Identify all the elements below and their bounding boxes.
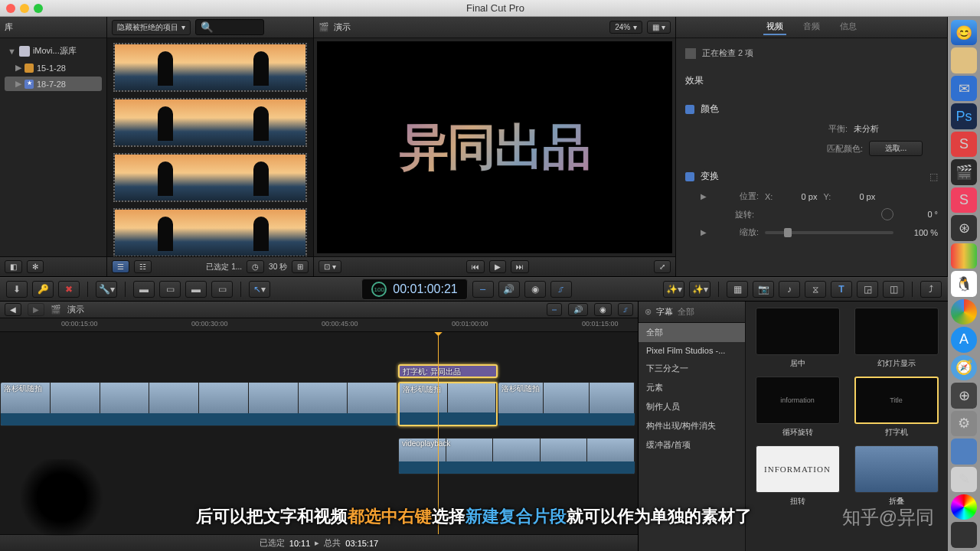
timecode-display[interactable]: 100 00:01:00:21 bbox=[361, 279, 468, 300]
rotation-value[interactable]: 0 ° bbox=[900, 210, 938, 219]
appstore-icon[interactable]: A bbox=[951, 327, 977, 352]
keyword-icon[interactable]: 🔑 bbox=[32, 281, 54, 298]
video-clip-secondary[interactable]: videoplayback bbox=[398, 438, 635, 474]
app-icon[interactable] bbox=[951, 439, 977, 464]
browser-search-input[interactable] bbox=[195, 19, 264, 35]
tl-snap-icon[interactable]: ⎎ bbox=[618, 303, 633, 316]
category-item[interactable]: 缓冲器/首项 bbox=[639, 435, 745, 455]
app-icon[interactable]: ⊛ bbox=[951, 215, 977, 240]
transform-checkbox[interactable] bbox=[685, 172, 694, 181]
category-item[interactable]: 下三分之一 bbox=[639, 359, 745, 378]
tab-audio[interactable]: 音频 bbox=[800, 19, 823, 35]
zoom-window[interactable] bbox=[34, 4, 43, 13]
app-icon[interactable]: S bbox=[951, 187, 977, 213]
next-frame-button[interactable]: ⏭ bbox=[511, 260, 529, 273]
retime-icon[interactable]: ✨▾ bbox=[663, 281, 684, 298]
title-preset[interactable]: 幻灯片显示 bbox=[851, 308, 942, 369]
clock-icon[interactable]: ◷ bbox=[247, 260, 264, 273]
transform-tool-icon[interactable]: ⊡ ▾ bbox=[318, 260, 341, 273]
fullscreen-icon[interactable]: ⤢ bbox=[654, 260, 671, 273]
toggle-left-icon[interactable]: ◧ bbox=[5, 260, 22, 273]
video-clip-selected[interactable]: 洛杉矶随拍 bbox=[398, 382, 498, 426]
app-icon[interactable] bbox=[951, 494, 977, 520]
safari-icon[interactable]: 🧭 bbox=[951, 355, 977, 380]
category-item[interactable]: Pixel Film Studios -... bbox=[639, 342, 745, 359]
generators-icon[interactable]: ◲ bbox=[857, 281, 878, 298]
title-preset[interactable]: INFORMATION扭转 bbox=[752, 445, 843, 507]
app-icon[interactable]: S bbox=[951, 132, 977, 157]
insert-clip-icon[interactable]: ▭ bbox=[159, 281, 181, 298]
connect-clip-icon[interactable]: ▬ bbox=[133, 281, 155, 298]
scale-value[interactable]: 100 % bbox=[900, 228, 938, 237]
color-checkbox[interactable] bbox=[685, 105, 694, 114]
match-color-button[interactable]: 选取... bbox=[869, 141, 923, 156]
battery-icon[interactable] bbox=[951, 243, 977, 269]
app-icon[interactable]: ⊕ bbox=[951, 383, 977, 408]
tl-audio-skim-icon[interactable]: 🔊 bbox=[568, 303, 588, 316]
bg-tasks-icon[interactable]: ✖ bbox=[58, 281, 80, 298]
pos-x-value[interactable]: 0 px bbox=[779, 192, 817, 201]
library-item[interactable]: ▶ 15-1-28 bbox=[5, 60, 102, 75]
scale-slider[interactable] bbox=[784, 228, 792, 237]
import-icon[interactable]: ⬇ bbox=[6, 281, 28, 298]
app-icon[interactable] bbox=[951, 522, 977, 547]
zoom-dropdown[interactable]: 24% ▾ bbox=[609, 21, 642, 34]
category-item[interactable]: 构件出现/构件消失 bbox=[639, 416, 745, 435]
fcpx-icon[interactable]: 🎬 bbox=[951, 159, 977, 184]
library-item-selected[interactable]: ▶ ★ 18-7-28 bbox=[5, 77, 102, 91]
transitions-icon[interactable]: ⧖ bbox=[805, 281, 826, 298]
category-item[interactable]: 元素 bbox=[639, 378, 745, 397]
append-clip-icon[interactable]: ▬ bbox=[185, 281, 207, 298]
finder-icon[interactable]: 😊 bbox=[951, 20, 977, 45]
list-view-icon[interactable]: ☷ bbox=[134, 260, 152, 273]
enhance-icon[interactable]: ✨▾ bbox=[689, 281, 710, 298]
arrow-tool-icon[interactable]: ↖▾ bbox=[249, 281, 270, 298]
video-clip[interactable]: 洛杉矶随拍 bbox=[0, 382, 398, 426]
thunderbird-icon[interactable]: ✉ bbox=[951, 76, 977, 101]
overwrite-clip-icon[interactable]: ▭ bbox=[211, 281, 233, 298]
browser-filter-dropdown[interactable]: 隐藏被拒绝的项目 ▾ bbox=[112, 20, 191, 35]
timeline-fwd-icon[interactable]: ▶ bbox=[28, 303, 44, 316]
viewer-canvas[interactable]: 异同出品 bbox=[317, 41, 672, 253]
gear-icon[interactable]: ✻ bbox=[27, 260, 44, 273]
audio-skim-icon[interactable]: 🔊 bbox=[498, 281, 520, 298]
filmstrip-view-icon[interactable]: ☰ bbox=[112, 260, 129, 273]
timeline-back-icon[interactable]: ◀ bbox=[5, 303, 21, 316]
play-button[interactable]: ▶ bbox=[489, 260, 506, 273]
title-preset-selected[interactable]: Title打字机 bbox=[851, 377, 942, 438]
rotation-dial-icon[interactable] bbox=[881, 208, 893, 220]
title-preset[interactable]: information循环旋转 bbox=[752, 377, 843, 438]
prev-frame-button[interactable]: ⏮ bbox=[466, 260, 485, 273]
category-all[interactable]: 全部 bbox=[639, 323, 745, 342]
app-icon[interactable] bbox=[951, 47, 977, 73]
share-icon[interactable]: ⤴ bbox=[920, 281, 942, 298]
tool-wrench-icon[interactable]: 🔧▾ bbox=[96, 281, 117, 298]
pos-y-value[interactable]: 0 px bbox=[837, 192, 875, 201]
skimming-icon[interactable]: ⎼ bbox=[472, 281, 494, 298]
timeline-ruler[interactable]: 00:00:15:00 00:00:30:00 00:00:45:00 00:0… bbox=[0, 318, 638, 332]
chrome-icon[interactable] bbox=[951, 299, 977, 324]
tab-info[interactable]: 信息 bbox=[837, 19, 860, 35]
clip-appearance-icon[interactable]: ⊞ bbox=[292, 260, 309, 273]
library-root[interactable]: ▼ iMovi...源库 bbox=[5, 43, 102, 59]
themes-icon[interactable]: ◫ bbox=[883, 281, 904, 298]
minimize-window[interactable] bbox=[20, 4, 29, 13]
photoshop-icon[interactable]: Ps bbox=[951, 103, 977, 129]
title-preset[interactable]: 居中 bbox=[752, 308, 843, 369]
qq-icon[interactable]: 🐧 bbox=[951, 271, 977, 296]
app-icon[interactable]: ✎ bbox=[951, 467, 977, 492]
category-item[interactable]: 制作人员 bbox=[639, 397, 745, 416]
viewer-settings-icon[interactable]: ▦ ▾ bbox=[647, 21, 671, 34]
tl-solo-icon[interactable]: ◉ bbox=[594, 303, 612, 316]
close-browser-icon[interactable]: ⊗ bbox=[645, 307, 652, 317]
titles-browser-icon[interactable]: T bbox=[831, 281, 852, 298]
solo-icon[interactable]: ◉ bbox=[524, 281, 546, 298]
tab-video[interactable]: 视频 bbox=[763, 19, 786, 35]
video-clip[interactable]: 洛杉矶随拍 bbox=[498, 382, 635, 426]
title-clip-selected[interactable]: 打字机: 异同出品 bbox=[398, 364, 498, 378]
crop-icon[interactable]: ⬚ bbox=[929, 171, 938, 182]
effects-browser-icon[interactable]: ▦ bbox=[727, 281, 748, 298]
playhead[interactable] bbox=[438, 332, 439, 534]
tl-skimming-icon[interactable]: ⎼ bbox=[547, 303, 562, 316]
music-browser-icon[interactable]: ♪ bbox=[779, 281, 800, 298]
